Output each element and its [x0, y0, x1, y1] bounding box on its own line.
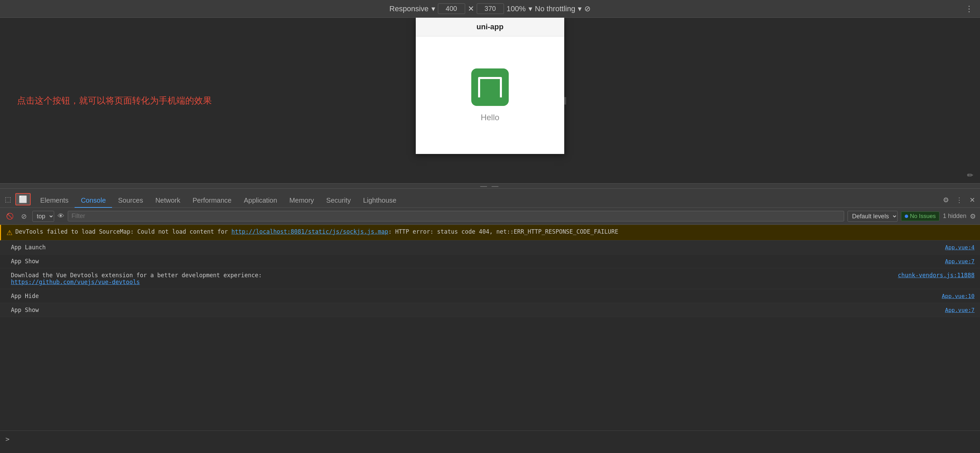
- panel-drag-bar[interactable]: — —: [0, 183, 980, 189]
- tab-sources[interactable]: Sources: [112, 194, 149, 208]
- hint-text: 点击这个按钮，就可以将页面转化为手机端的效果: [17, 95, 212, 107]
- download-row-main-text: Download the Vue Devtools extension for …: [11, 272, 975, 279]
- uni-app-logo: [471, 69, 509, 106]
- inspect-element-button[interactable]: ⬚: [3, 194, 13, 205]
- devtools-more-button[interactable]: ⋮: [955, 195, 964, 206]
- mobile-body: Hello: [416, 37, 564, 154]
- log-levels-select[interactable]: Default levels: [848, 211, 897, 222]
- console-input-area: >: [0, 431, 980, 447]
- warning-message-text: DevTools failed to load SourceMap: Could…: [15, 228, 618, 235]
- console-warning-row: ⚠ DevTools failed to load SourceMap: Cou…: [0, 225, 980, 241]
- tab-memory[interactable]: Memory: [283, 194, 320, 208]
- download-row-source[interactable]: chunk-vendors.js:11888: [898, 272, 975, 279]
- tab-application[interactable]: Application: [238, 194, 283, 208]
- console-row: App Show App.vue:7: [0, 303, 980, 317]
- context-selector[interactable]: top: [32, 211, 54, 222]
- mobile-preview-frame: uni-app Hello: [416, 18, 564, 154]
- warning-url-link[interactable]: http://localhost:8081/static/js/sockjs.j…: [232, 228, 388, 235]
- settings-gear-button[interactable]: ⚙: [942, 195, 950, 206]
- console-toolbar: 🚫 ⊘ top 👁 Default levels No Issues 1 hid…: [0, 208, 980, 225]
- tab-right-controls: ⚙ ⋮ ✕: [942, 195, 977, 207]
- block-requests-button[interactable]: ⊘: [19, 211, 29, 222]
- console-row-source[interactable]: App.vue:7: [945, 307, 975, 313]
- tab-network[interactable]: Network: [149, 194, 186, 208]
- hello-text: Hello: [481, 113, 500, 122]
- tab-elements[interactable]: Elements: [34, 194, 75, 208]
- resize-dots-icon: ‖: [563, 97, 567, 104]
- devtools-tabs-bar: ⬚ ⬜ Elements Console Sources Network Per…: [0, 189, 980, 208]
- console-row: App Show App.vue:7: [0, 254, 980, 268]
- no-issues-dot-icon: [905, 215, 908, 218]
- width-input[interactable]: [438, 3, 465, 14]
- zoom-dropdown-icon: ▾: [528, 5, 532, 13]
- no-issues-badge: No Issues: [901, 212, 939, 221]
- resize-handle-right[interactable]: ‖: [562, 18, 568, 183]
- dimension-separator: ✕: [468, 5, 474, 13]
- console-row-source[interactable]: App.vue:10: [942, 293, 975, 299]
- warning-triangle-icon: ⚠: [6, 228, 13, 237]
- close-devtools-button[interactable]: ✕: [968, 195, 977, 206]
- filter-input[interactable]: [68, 211, 844, 222]
- console-row-text: App Show: [11, 258, 39, 265]
- height-input[interactable]: [477, 3, 504, 14]
- responsive-toolbar: Responsive ▾ ✕ 100% ▾ No throttling ▾ ⊘ …: [0, 0, 980, 18]
- tab-security[interactable]: Security: [320, 194, 357, 208]
- throttling-dropdown-icon: ▾: [578, 5, 582, 13]
- network-icon: ⊘: [584, 5, 590, 13]
- responsive-label: Responsive: [390, 5, 429, 13]
- responsive-dropdown-icon: ▾: [431, 5, 435, 13]
- clear-console-button[interactable]: 🚫: [4, 211, 16, 222]
- console-row-source[interactable]: App.vue:7: [945, 258, 975, 265]
- throttling-label: No throttling: [535, 5, 576, 13]
- console-prompt: >: [5, 435, 10, 443]
- mobile-app-title: uni-app: [416, 18, 564, 37]
- console-row: App Hide App.vue:10: [0, 289, 980, 303]
- tab-performance[interactable]: Performance: [186, 194, 238, 208]
- eye-button[interactable]: 👁: [57, 212, 64, 220]
- console-row-source[interactable]: App.vue:4: [945, 244, 975, 251]
- devtools-panel: ⬚ ⬜ Elements Console Sources Network Per…: [0, 189, 980, 447]
- console-output: ⚠ DevTools failed to load SourceMap: Cou…: [0, 225, 980, 431]
- console-row-text: App Hide: [11, 293, 39, 299]
- console-settings-icon[interactable]: ⚙: [970, 212, 976, 220]
- hidden-count: 1 hidden: [943, 212, 966, 220]
- toolbar-controls: Responsive ▾ ✕ 100% ▾ No throttling ▾ ⊘: [390, 3, 591, 14]
- console-row: App Launch App.vue:4: [0, 241, 980, 254]
- tab-console[interactable]: Console: [75, 194, 112, 208]
- console-row-text: App Show: [11, 306, 39, 313]
- tab-lighthouse[interactable]: Lighthouse: [357, 194, 402, 208]
- more-options-button[interactable]: ⋮: [965, 4, 973, 14]
- zoom-label: 100%: [507, 5, 526, 13]
- vue-devtools-link[interactable]: https://github.com/vuejs/vue-devtools: [11, 279, 140, 286]
- tab-left-icons: ⬚ ⬜: [3, 193, 31, 207]
- uni-logo-icon: [478, 77, 502, 97]
- console-input[interactable]: [12, 435, 975, 442]
- edit-icon[interactable]: ✏: [967, 171, 973, 180]
- console-download-row: chunk-vendors.js:11888 Download the Vue …: [0, 268, 980, 289]
- no-issues-label: No Issues: [910, 213, 936, 220]
- console-row-text: App Launch: [11, 244, 46, 251]
- device-toolbar-button[interactable]: ⬜: [15, 193, 31, 206]
- viewport-area: 点击这个按钮，就可以将页面转化为手机端的效果 uni-app Hello ‖ ✏: [0, 18, 980, 183]
